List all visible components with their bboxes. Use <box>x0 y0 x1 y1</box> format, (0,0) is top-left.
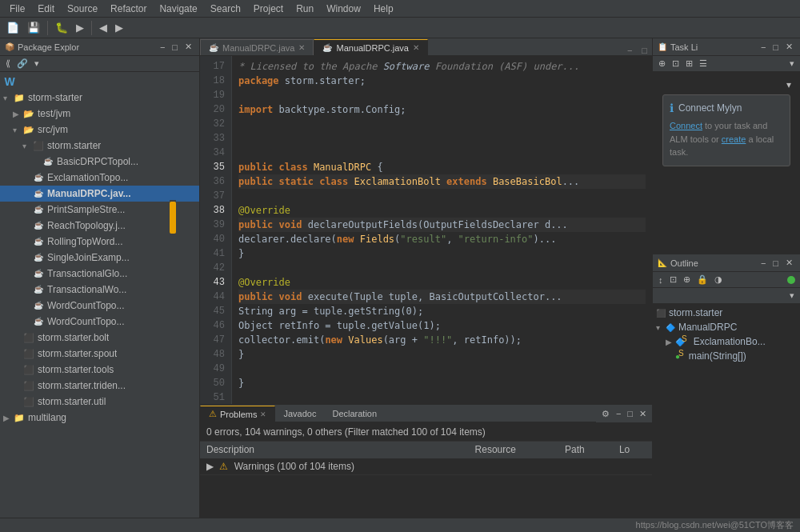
toolbar-save[interactable]: 💾 <box>24 20 43 35</box>
pkg-view-menu[interactable]: ▾ <box>32 58 42 70</box>
menu-navigate[interactable]: Navigate <box>153 2 203 16</box>
panel-minimize[interactable]: − <box>158 41 167 53</box>
outline-item-main[interactable]: ● S main(String[]) <box>653 349 800 363</box>
task-btn1[interactable]: ⊕ <box>656 58 668 70</box>
menu-file[interactable]: File <box>3 2 31 16</box>
task-btn3[interactable]: ⊞ <box>683 58 695 70</box>
toolbar-back[interactable]: ◀ <box>96 20 110 35</box>
toolbar-new[interactable]: 📄 <box>3 20 22 35</box>
panel-close[interactable]: ✕ <box>182 41 194 53</box>
pkg-link-editor[interactable]: 🔗 <box>14 58 30 70</box>
tree-ManualDRPC[interactable]: ☕ ManualDRPC.jav... <box>0 186 199 202</box>
code-line-37: @Override <box>238 203 646 218</box>
outline-header: 📐 Outline − □ ✕ <box>653 254 800 272</box>
outline-close[interactable]: ✕ <box>783 257 795 269</box>
tab-javadoc[interactable]: Javadoc <box>275 406 324 422</box>
menu-project[interactable]: Project <box>247 2 290 16</box>
toolbar-run[interactable]: ▶ <box>73 20 87 35</box>
problems-minimize[interactable]: − <box>614 408 623 420</box>
pkg-collapse-all[interactable]: ⟪ <box>3 58 13 70</box>
mylyn-create-link[interactable]: create <box>722 134 746 144</box>
task-area-dropdown[interactable]: ▾ <box>784 78 794 91</box>
triden-pkg-icon: ⬛ <box>22 379 35 392</box>
tree-label-multilang: multilang <box>28 412 66 423</box>
problems-maximize[interactable]: □ <box>625 408 635 420</box>
code-line-45: Object retInfo = tuple.getValue(1); <box>238 318 646 333</box>
menu-source[interactable]: Source <box>61 2 104 16</box>
mylyn-connect-link[interactable]: Connect <box>670 121 702 130</box>
tab1-label: ManualDRPC.java <box>222 43 294 53</box>
tab-manualdrpc2[interactable]: ☕ ManualDRPC.java ✕ <box>314 39 427 55</box>
outline-item-manualdrpc[interactable]: ▾ 🔷 ManualDRPC <box>653 320 800 334</box>
menu-search[interactable]: Search <box>204 2 247 16</box>
outline-btn4[interactable]: 🔒 <box>694 274 710 286</box>
right-bottom-panel: 📐 Outline − □ ✕ ↕ ⊡ ⊕ 🔒 ◑ ▾ <box>653 254 800 532</box>
outline-item-storm-starter[interactable]: ⬛ storm.starter <box>653 306 800 320</box>
outline-dropdown[interactable]: ▾ <box>787 290 797 302</box>
editor-tabs: ☕ ManualDRPC.java ✕ ☕ ManualDRPC.java ✕ … <box>200 38 652 56</box>
outline-btn1[interactable]: ↕ <box>656 274 666 286</box>
outline-title: Outline <box>670 258 698 268</box>
code-editor[interactable]: 17 18 19 20 32 33 34 35 36 37 38 39 40 4… <box>200 56 652 404</box>
tab-manualdrpc1[interactable]: ☕ ManualDRPC.java ✕ <box>200 39 314 55</box>
menu-refactor[interactable]: Refactor <box>104 2 153 16</box>
task-btn4[interactable]: ☰ <box>697 58 710 70</box>
warning-icon: ⚠ <box>219 461 228 472</box>
menu-run[interactable]: Run <box>290 2 320 16</box>
outline-minimize[interactable]: − <box>758 257 768 269</box>
main-layout: 📦 Package Explor − □ ✕ ⟪ 🔗 ▾ W ▾ 📁 <box>0 38 800 532</box>
task-list-title: Task Li <box>670 42 698 52</box>
tab1-close[interactable]: ✕ <box>298 43 305 52</box>
tree-ExclamationTopo[interactable]: ☕ ExclamationTopo... <box>0 170 199 186</box>
menu-edit[interactable]: Edit <box>31 2 61 16</box>
outline-btn5[interactable]: ◑ <box>712 274 725 286</box>
panel-maximize[interactable]: □ <box>170 41 180 53</box>
tree-label-reach: ReachTopology.j... <box>47 220 126 231</box>
table-row[interactable]: ▶ ⚠ Warnings (100 of 104 items) <box>200 458 652 475</box>
outline-item-exclamation[interactable]: ▶ 🔷 S ExclamationBo... <box>653 334 800 349</box>
tree-workspace[interactable]: W <box>0 74 199 90</box>
tree-label-spout: storm.starter.spout <box>38 348 117 359</box>
code-line-18: package storm.starter; <box>238 74 646 88</box>
tree-BasicDRPCTopo[interactable]: ☕ BasicDRPCTopol... <box>0 154 199 170</box>
tree-src-jvm[interactable]: ▾ 📂 src/jvm <box>0 122 199 138</box>
tree-label-wordcount1: WordCountTopo... <box>47 300 125 311</box>
tab-declaration[interactable]: Declaration <box>324 406 385 422</box>
folder-icon-test: 📂 <box>22 107 35 120</box>
expand-arrow[interactable]: ▶ <box>206 461 214 472</box>
row-path <box>558 458 613 475</box>
tree-storm-starter[interactable]: ▾ 📁 storm-starter <box>0 90 199 106</box>
task-maximize[interactable]: □ <box>770 41 781 53</box>
tab2-close[interactable]: ✕ <box>413 43 419 52</box>
code-content[interactable]: * Licensed to the Apache Software Founda… <box>232 56 652 404</box>
tree-storm-starter-pkg[interactable]: ▾ ⬛ storm.starter <box>0 138 199 154</box>
menu-window[interactable]: Window <box>320 2 367 16</box>
task-btn2[interactable]: ⊡ <box>670 58 682 70</box>
problems-icon: ⚠ <box>209 409 217 419</box>
editor-maximize[interactable]: □ <box>637 46 652 55</box>
tree-label-wordcount2: WordCountTopo... <box>47 316 125 327</box>
outline-btn3[interactable]: ⊕ <box>681 274 693 286</box>
package-explorer-icon: 📦 <box>5 42 14 51</box>
row-description-text: Warnings (100 of 104 items) <box>234 461 354 472</box>
tree-label-exclamation: ExclamationTopo... <box>47 172 128 183</box>
toolbar-debug[interactable]: 🐛 <box>52 20 71 35</box>
problems-close[interactable]: ✕ <box>637 408 649 420</box>
problems-toolbar-btn1[interactable]: ⚙ <box>599 408 612 420</box>
outline-btn2[interactable]: ⊡ <box>667 274 679 286</box>
task-dropdown[interactable]: ▾ <box>787 58 797 70</box>
mylyn-connect-box: ℹ Connect Mylyn Connect to your task and… <box>662 94 790 166</box>
toolbar-forward[interactable]: ▶ <box>112 20 126 35</box>
toolbar-sep2 <box>91 21 92 35</box>
editor-area[interactable]: 17 18 19 20 32 33 34 35 36 37 38 39 40 4… <box>200 56 652 404</box>
code-line-47: } <box>238 347 646 362</box>
outline-maximize[interactable]: □ <box>770 257 781 269</box>
task-minimize[interactable]: − <box>758 41 768 53</box>
tree-label-basic: BasicDRPCTopol... <box>57 156 138 167</box>
menu-help[interactable]: Help <box>367 2 400 16</box>
editor-minimize[interactable]: − <box>622 46 637 55</box>
task-close[interactable]: ✕ <box>783 41 795 53</box>
tab-problems[interactable]: ⚠ Problems ✕ <box>200 406 275 422</box>
tree-test-jvm[interactable]: ▶ 📂 test/jvm <box>0 106 199 122</box>
outline-panel-controls: − □ ✕ <box>758 257 795 269</box>
